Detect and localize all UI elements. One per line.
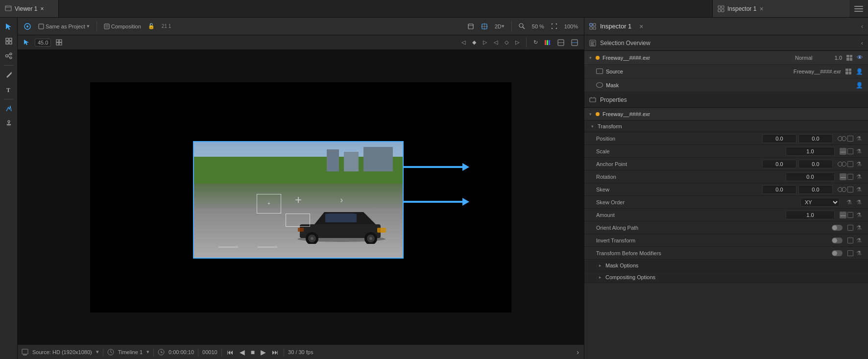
inspector-close-btn[interactable]: × <box>639 23 643 30</box>
invert-flask-icon[interactable]: ⚗ <box>854 236 863 245</box>
prop-layer-expand[interactable]: ▾ <box>589 112 592 117</box>
play-stop[interactable]: ■ <box>250 348 256 356</box>
viewer-tab[interactable]: Viewer 1 × <box>0 0 59 17</box>
viewer-transform-btn[interactable] <box>479 22 490 31</box>
position-sq-icon[interactable] <box>847 136 853 142</box>
viewer-100-btn[interactable]: 100% <box>562 23 580 30</box>
skew-order-flask-2[interactable]: ⚗ <box>854 198 863 207</box>
play-next-frame[interactable]: ▶ <box>260 348 267 356</box>
tb2-color-picker[interactable] <box>569 38 580 47</box>
scale-flask-icon[interactable]: ⚗ <box>854 147 863 156</box>
position-x-input[interactable] <box>762 134 796 143</box>
position-y-input[interactable] <box>798 134 833 143</box>
amount-minus-icon[interactable]: — <box>840 212 846 218</box>
invert-sq-icon[interactable] <box>847 238 853 243</box>
transform-before-modifiers-toggle[interactable] <box>832 250 843 256</box>
source-dropdown[interactable]: ▾ <box>96 349 99 355</box>
tbm-sq-icon[interactable] <box>847 250 853 256</box>
tb2-nav-prev[interactable]: ◁ <box>459 38 467 47</box>
scale-minus-icon[interactable]: — <box>840 148 846 155</box>
compositing-options-row[interactable]: ▸ Compositing Options <box>584 271 868 283</box>
orient-sq-icon[interactable] <box>847 225 853 231</box>
viewer-2d-btn[interactable]: 2D ▾ <box>493 22 506 30</box>
anchor-link-icon[interactable] <box>838 161 846 168</box>
transform-section[interactable]: ▾ Transform <box>584 120 868 132</box>
expand-panel-btn[interactable]: › <box>576 348 580 356</box>
anchor-flask-icon[interactable]: ⚗ <box>854 160 863 168</box>
amount-sq-icon[interactable] <box>847 212 853 218</box>
skew-link-icon[interactable] <box>838 186 846 193</box>
tool-text[interactable]: T <box>2 83 16 96</box>
viewer-crop-btn[interactable] <box>465 22 476 31</box>
tool-select[interactable] <box>2 20 16 33</box>
tbm-flask-icon[interactable]: ⚗ <box>854 249 863 258</box>
hamburger-icon[interactable] <box>854 5 863 12</box>
viewer-fit-btn[interactable] <box>549 22 559 30</box>
invert-transform-toggle[interactable] <box>832 238 843 243</box>
anchor-sq-icon[interactable] <box>847 161 853 167</box>
skew-sq-icon[interactable] <box>847 187 853 192</box>
skew-order-flask-1[interactable]: ⚗ <box>844 198 853 207</box>
inspector-collapse-btn[interactable]: ‹ <box>861 23 863 30</box>
tb2-angle-field[interactable]: 45.0 <box>35 39 51 47</box>
rotation-minus-icon[interactable]: — <box>840 173 846 180</box>
play-to-end[interactable]: ⏭ <box>271 348 280 356</box>
inspector-tab[interactable]: Inspector 1 × <box>712 0 849 17</box>
play-prev-frame[interactable]: ◀ <box>239 348 246 356</box>
tb2-nav-next[interactable]: ▷ <box>481 38 489 47</box>
svg-point-14 <box>5 55 8 57</box>
viewer-zoom-level[interactable]: 50 % <box>530 23 546 30</box>
tb2-refresh[interactable]: ↻ <box>531 38 540 47</box>
tb2-view-mode[interactable] <box>555 38 566 47</box>
play-to-start[interactable]: ⏮ <box>226 348 235 356</box>
mask-options-expand[interactable]: ▸ <box>599 263 602 268</box>
orient-along-path-toggle[interactable] <box>832 225 843 231</box>
skew-x-input[interactable] <box>762 185 796 194</box>
layer-row-main[interactable]: ▾ Freeway__####.exr Normal 1.0 👁 <box>584 51 868 65</box>
tool-node[interactable] <box>2 49 16 63</box>
source-row[interactable]: Source Freeway__####.exr 👤 <box>584 65 868 78</box>
zoom-label: 50 % <box>532 24 544 29</box>
viewer-numbers-btn[interactable]: 21 1 <box>160 23 173 30</box>
tb2-nav-diamond[interactable]: ◆ <box>470 38 478 47</box>
skew-flask-icon[interactable]: ⚗ <box>854 185 863 194</box>
anchor-y-input[interactable] <box>798 160 833 168</box>
amount-input[interactable] <box>786 211 835 219</box>
rotation-input[interactable] <box>786 172 835 181</box>
rotation-flask-icon[interactable]: ⚗ <box>854 172 863 181</box>
video-frame[interactable]: + + › <box>193 141 404 259</box>
tool-grid[interactable] <box>2 34 16 48</box>
tb2-nav-prev2[interactable]: ◁ <box>492 38 500 47</box>
transform-expand[interactable]: ▾ <box>591 124 594 129</box>
collapse-selection-btn[interactable]: ‹ <box>861 40 863 47</box>
position-flask-icon[interactable]: ⚗ <box>854 134 863 143</box>
orient-flask-icon[interactable]: ⚗ <box>854 223 863 232</box>
compositing-options-expand[interactable]: ▸ <box>599 275 602 280</box>
timeline-dropdown[interactable]: ▾ <box>146 349 149 355</box>
tool-pen[interactable] <box>2 68 16 82</box>
skew-order-dropdown[interactable]: XY YX <box>800 198 840 207</box>
viewer-lock-btn[interactable]: 🔓 <box>146 22 157 30</box>
mask-options-row[interactable]: ▸ Mask Options <box>584 260 868 271</box>
amount-flask-icon[interactable]: ⚗ <box>854 211 863 219</box>
scale-sq-icon[interactable] <box>847 148 853 154</box>
tb2-select-icon[interactable] <box>22 38 32 47</box>
tb2-channels[interactable] <box>543 39 553 46</box>
viewer-composition-btn[interactable]: Composition <box>102 23 143 30</box>
mask-row[interactable]: Mask 👤 <box>584 78 868 92</box>
viewer-tab-close[interactable]: × <box>40 6 44 12</box>
tool-anchor[interactable] <box>2 117 16 130</box>
layer-expand-arrow[interactable]: ▾ <box>589 55 592 60</box>
viewer-same-as-project[interactable]: Same as Project ▾ <box>36 22 92 30</box>
inspector-tab-close[interactable]: × <box>759 5 763 12</box>
anchor-x-input[interactable] <box>762 160 796 168</box>
tb2-grid-icon[interactable] <box>54 38 64 47</box>
skew-y-input[interactable] <box>798 185 833 194</box>
rotation-sq-icon[interactable] <box>847 174 853 180</box>
tb2-nav-diamond2[interactable]: ◇ <box>503 38 510 47</box>
layer-visibility-icon[interactable]: 👁 <box>857 54 863 61</box>
scale-input[interactable] <box>786 147 835 156</box>
position-link-icon[interactable] <box>838 135 846 142</box>
tool-paint[interactable] <box>2 102 16 116</box>
tb2-nav-next2[interactable]: ▷ <box>513 38 521 47</box>
